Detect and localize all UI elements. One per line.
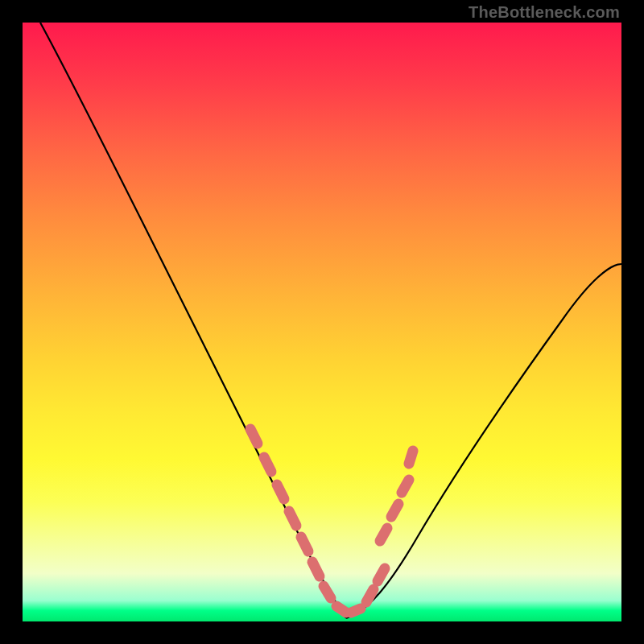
svg-line-14: [409, 451, 413, 464]
svg-line-12: [391, 504, 398, 517]
svg-line-5: [312, 562, 320, 576]
svg-line-6: [324, 586, 331, 598]
curve-overlay: [23, 23, 621, 621]
svg-line-2: [277, 485, 284, 499]
svg-line-9: [366, 589, 374, 602]
svg-line-10: [378, 568, 385, 581]
svg-line-8: [351, 609, 361, 613]
svg-line-13: [402, 480, 409, 493]
svg-line-7: [336, 606, 346, 613]
svg-line-11: [380, 528, 387, 541]
svg-line-3: [289, 511, 296, 526]
svg-line-4: [301, 537, 308, 551]
plot-area: [23, 23, 621, 621]
watermark-text: TheBottleneck.com: [469, 3, 620, 22]
svg-line-0: [250, 429, 258, 444]
chart-frame: TheBottleneck.com: [0, 0, 644, 644]
svg-line-1: [264, 457, 271, 472]
highlight-markers: [250, 429, 413, 613]
